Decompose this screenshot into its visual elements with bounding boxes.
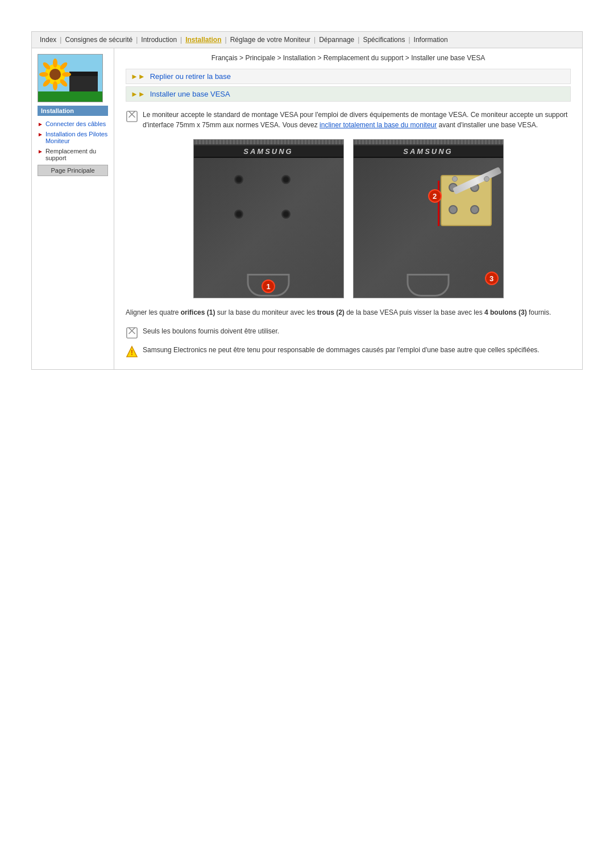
monitor-brand-2: SAMSUNG xyxy=(403,147,453,156)
note-icon xyxy=(126,110,138,123)
double-arrow-icon-1: ►► xyxy=(131,72,146,81)
nav-specifications[interactable]: Spécifications xyxy=(360,35,407,45)
nav-depannage[interactable]: Dépannage xyxy=(317,35,356,45)
nav-information[interactable]: Information xyxy=(412,35,450,45)
vesa-hole-1 xyxy=(234,175,243,184)
description-text: Aligner les quatre orifices (1) sur la b… xyxy=(126,307,571,318)
svg-rect-2 xyxy=(69,72,98,76)
monitor-body-1 xyxy=(194,158,343,298)
sidebar-link-cables[interactable]: ► Connecter des câbles xyxy=(38,120,108,127)
svg-point-5 xyxy=(53,59,57,68)
warning-block: ! Samsung Electronics ne peut être tenu … xyxy=(126,345,571,358)
breadcrumb: Français > Principale > Installation > R… xyxy=(126,54,571,62)
svg-rect-14 xyxy=(127,111,137,122)
note-block-2: Seuls les boulons fournis doivent être u… xyxy=(126,326,571,339)
section-link-installer[interactable]: ►► Installer une base VESA xyxy=(126,86,571,102)
svg-rect-17 xyxy=(127,328,137,338)
warning-text: Samsung Electronics ne peut être tenu po… xyxy=(143,345,540,355)
monitor-brand-1: SAMSUNG xyxy=(243,147,293,156)
svg-text:!: ! xyxy=(131,349,133,357)
monitor-body-2: 2 3 xyxy=(354,158,503,298)
double-arrow-icon-2: ►► xyxy=(131,90,146,98)
arrow-icon-pilotes: ► xyxy=(38,131,43,137)
svg-point-4 xyxy=(49,69,61,80)
arrow-icon-remplacement: ► xyxy=(38,148,43,155)
content-area: Français > Principale > Installation > R… xyxy=(114,48,582,369)
note-text: Le moniteur accepte le standard de monta… xyxy=(143,110,571,130)
screw-head-1 xyxy=(484,176,489,182)
section-link-replier[interactable]: ►► Replier ou retirer la base xyxy=(126,69,571,84)
sidebar-link-pilotes[interactable]: ► Installation des Pilotes Moniteur xyxy=(38,131,108,144)
svg-point-8 xyxy=(62,72,71,77)
badge-2: 2 xyxy=(428,189,442,203)
note-icon-2 xyxy=(126,327,138,339)
navigation-bar: Index | Consignes de sécurité | Introduc… xyxy=(31,31,583,48)
sidebar-title: Installation xyxy=(38,106,108,116)
arrow-icon-cables: ► xyxy=(38,121,43,127)
nav-reglage[interactable]: Réglage de votre Moniteur xyxy=(228,35,313,45)
vesa-hole-2 xyxy=(281,175,291,184)
images-row: SAMSUNG 1 xyxy=(126,139,571,298)
nav-introduction[interactable]: Introduction xyxy=(139,35,179,45)
nav-index[interactable]: Index xyxy=(38,35,59,45)
sidebar-thumbnail-image xyxy=(38,55,103,102)
nav-installation[interactable]: Installation xyxy=(183,35,223,45)
sidebar: Installation ► Connecter des câbles ► In… xyxy=(32,48,114,369)
monitor-top-bar-2: SAMSUNG xyxy=(354,145,503,158)
vesa-hole-3 xyxy=(234,210,243,219)
main-container: Installation ► Connecter des câbles ► In… xyxy=(31,48,583,370)
note-block: Le moniteur accepte le standard de monta… xyxy=(126,110,571,130)
vesa-holes xyxy=(234,175,302,219)
screw-head-2 xyxy=(452,176,458,182)
red-indicator-line xyxy=(438,181,439,226)
badge-3: 3 xyxy=(485,272,499,285)
vesa-hole-4 xyxy=(281,210,291,219)
bracket-hole-4 xyxy=(470,205,479,214)
monitor-grid-top-2 xyxy=(354,140,503,144)
svg-point-6 xyxy=(53,81,57,90)
monitor-grid-top xyxy=(194,140,343,144)
monitor-image-2: SAMSUNG xyxy=(353,139,504,298)
badge-1: 1 xyxy=(262,279,275,293)
svg-point-7 xyxy=(39,72,48,77)
monitor-top-bar-1: SAMSUNG xyxy=(194,145,343,158)
note-link[interactable]: incliner totalement la base du moniteur xyxy=(320,121,437,129)
bracket-hole-3 xyxy=(449,205,458,214)
page-principale-button[interactable]: Page Principale xyxy=(38,165,108,176)
monitor-image-1: SAMSUNG 1 xyxy=(193,139,344,298)
note2-text: Seuls les boulons fournis doivent être u… xyxy=(143,326,279,336)
nav-consignes[interactable]: Consignes de sécurité xyxy=(63,35,135,45)
svg-rect-13 xyxy=(38,91,103,102)
warning-icon: ! xyxy=(126,345,138,358)
sidebar-link-remplacement[interactable]: ► Remplacement du support xyxy=(38,148,108,161)
sidebar-thumbnail xyxy=(38,54,103,102)
